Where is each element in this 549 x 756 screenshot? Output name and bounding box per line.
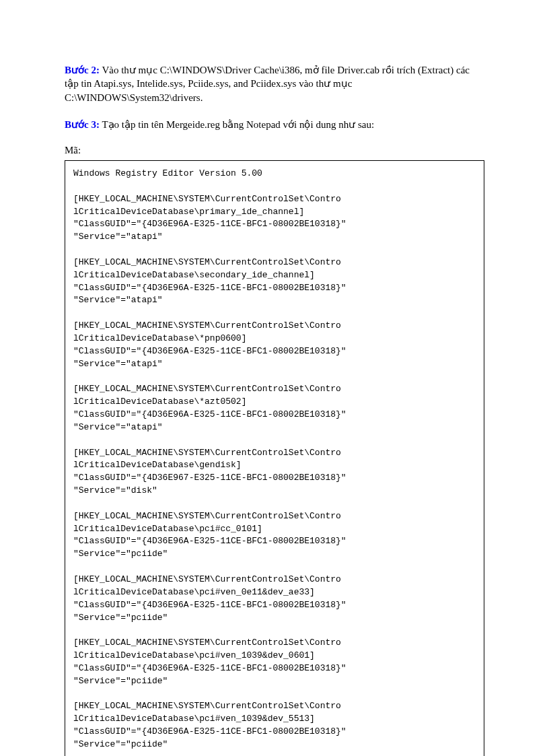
step-3-paragraph: Bước 3: Tạo tập tin tên Mergeide.reg bằn… (65, 118, 484, 131)
step-2-text: Vào thư mục C:\WINDOWS\Driver Cache\i386… (65, 65, 470, 103)
step-3-text: Tạo tập tin tên Mergeide.reg bằng Notepa… (100, 119, 374, 130)
step-2-label: Bước 2: (65, 65, 100, 75)
code-label: Mã: (65, 145, 484, 156)
step-2-paragraph: Bước 2: Vào thư mục C:\WINDOWS\Driver Ca… (65, 63, 484, 104)
document-page: Bước 2: Vào thư mục C:\WINDOWS\Driver Ca… (0, 0, 549, 756)
registry-code-block: Windows Registry Editor Version 5.00 [HK… (65, 160, 484, 756)
step-3-label: Bước 3: (65, 119, 100, 130)
